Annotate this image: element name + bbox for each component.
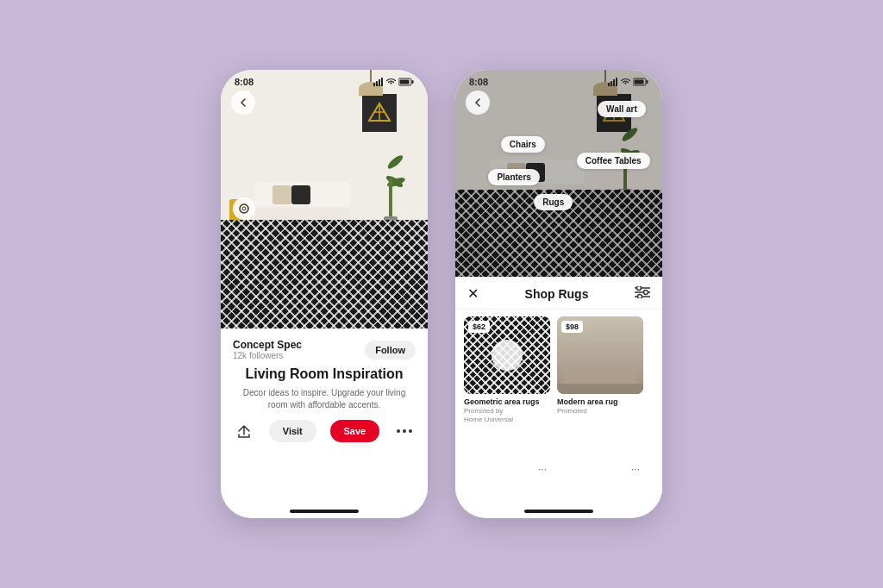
svg-rect-6 <box>400 80 410 84</box>
scan-icon[interactable] <box>233 197 255 220</box>
shop-item-room[interactable]: $98 Modern area rug Promoted ··· <box>557 316 643 499</box>
shop-item-room-image: $98 <box>557 316 643 394</box>
shop-item-sub1-1: Promoted by <box>464 407 550 415</box>
more-dots-icon <box>397 428 412 434</box>
shop-filter-button[interactable] <box>635 286 650 301</box>
back-arrow-icon-2 <box>473 98 482 107</box>
svg-rect-20 <box>647 80 648 84</box>
status-time-1: 8:08 <box>235 77 254 87</box>
more-options-item-2[interactable]: ··· <box>631 463 640 475</box>
action-bar: Visit Save <box>233 420 416 442</box>
pin-title: Living Room Inspiration <box>233 366 416 382</box>
shop-item-rug[interactable]: $62 Geometric area rugs Promoted by Home… <box>464 316 550 499</box>
svg-rect-18 <box>616 78 617 86</box>
svg-rect-17 <box>613 79 615 86</box>
status-icons-2 <box>608 78 648 86</box>
svg-point-29 <box>643 291 648 295</box>
share-icon <box>236 423 252 439</box>
tag-chairs[interactable]: Chairs <box>501 136 545 153</box>
svg-rect-16 <box>611 81 612 86</box>
phone-1: 8:08 <box>221 70 428 518</box>
lens-icon <box>238 203 250 215</box>
shop-item-sub2-1: Home Universal <box>464 416 550 423</box>
shop-title: Shop Rugs <box>525 287 589 301</box>
status-bar-2: 8:08 <box>455 70 662 91</box>
home-indicator-2 <box>524 510 593 513</box>
svg-point-30 <box>637 295 642 299</box>
back-arrow-icon <box>239 98 247 107</box>
shop-item-sub1-2: Promoted <box>557 407 643 415</box>
wifi-icon-2 <box>621 78 630 86</box>
filter-icon <box>635 286 650 298</box>
svg-point-10 <box>240 204 248 213</box>
pin-content-1: Concept Spec 12k followers Follow Living… <box>221 328 428 506</box>
price-tag-2: $98 <box>561 321 583 333</box>
triangle-art-icon <box>367 100 391 126</box>
phone-2: 8:08 <box>455 70 662 518</box>
shop-item-name-2: Modern area rug <box>557 397 643 406</box>
shop-panel: ✕ Shop Rugs <box>455 277 662 506</box>
shop-items-list: $62 Geometric area rugs Promoted by Home… <box>455 310 662 506</box>
svg-rect-2 <box>379 79 380 86</box>
home-indicator-1 <box>290 510 359 513</box>
visit-button[interactable]: Visit <box>269 420 316 442</box>
svg-point-14 <box>409 429 412 433</box>
tag-planters[interactable]: Planters <box>488 169 539 185</box>
signal-icon-2 <box>608 78 618 86</box>
shop-item-rug-image: $62 <box>464 316 550 394</box>
tag-coffee-tables[interactable]: Coffee Tables <box>577 153 650 169</box>
author-name: Concept Spec <box>233 339 302 351</box>
svg-point-11 <box>242 207 246 210</box>
share-button[interactable] <box>233 420 255 442</box>
battery-icon-2 <box>633 78 648 86</box>
svg-point-12 <box>397 429 400 433</box>
wifi-icon <box>386 78 396 86</box>
author-followers: 12k followers <box>233 351 302 360</box>
svg-point-28 <box>636 286 641 291</box>
status-bar-1: 8:08 <box>221 70 428 91</box>
save-button[interactable]: Save <box>330 420 380 442</box>
tag-wall-art[interactable]: Wall art <box>598 101 646 117</box>
status-time-2: 8:08 <box>469 77 488 87</box>
price-tag-1: $62 <box>468 321 490 333</box>
sofa <box>255 182 350 225</box>
back-button-1[interactable] <box>231 91 255 115</box>
battery-icon <box>398 78 414 86</box>
wall-art-decoration <box>362 94 397 132</box>
pin-description: Decor ideas to inspire. Upgrade your liv… <box>233 387 416 411</box>
svg-rect-21 <box>635 80 644 84</box>
svg-rect-5 <box>412 80 414 84</box>
rug-pattern <box>221 220 428 328</box>
more-options-button[interactable] <box>393 425 416 437</box>
author-info: Concept Spec 12k followers <box>233 339 302 360</box>
shop-header: ✕ Shop Rugs <box>455 277 662 310</box>
follow-button[interactable]: Follow <box>365 341 416 360</box>
shop-close-button[interactable]: ✕ <box>467 285 479 302</box>
svg-point-13 <box>403 429 406 433</box>
tag-rugs[interactable]: Rugs <box>534 194 573 210</box>
more-options-item-1[interactable]: ··· <box>538 463 547 475</box>
shop-item-name-1: Geometric area rugs <box>464 397 550 406</box>
status-icons-1 <box>373 78 414 86</box>
signal-icon <box>373 78 384 86</box>
room-floor-mini <box>557 384 643 394</box>
back-button-2[interactable] <box>466 91 490 115</box>
svg-rect-3 <box>381 78 383 86</box>
svg-rect-1 <box>376 81 378 86</box>
svg-rect-15 <box>608 83 610 86</box>
svg-rect-0 <box>373 83 375 86</box>
rug <box>221 220 428 328</box>
author-row: Concept Spec 12k followers Follow <box>233 339 416 360</box>
rug-center-circle <box>492 340 523 371</box>
